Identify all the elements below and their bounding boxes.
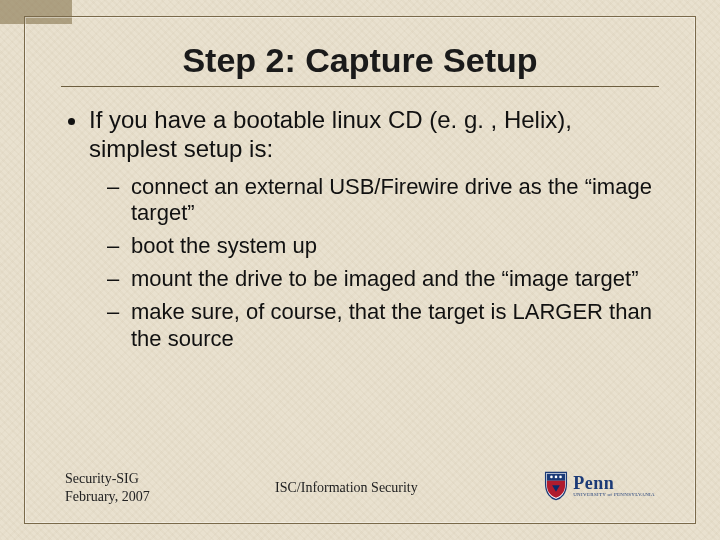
slide-frame: Step 2: Capture Setup If you have a boot… [24,16,696,524]
subbullet-item: connect an external USB/Firewire drive a… [127,174,659,228]
slide: Step 2: Capture Setup If you have a boot… [0,0,720,540]
subbullet-list: connect an external USB/Firewire drive a… [103,174,659,353]
subbullet-item: mount the drive to be imaged and the “im… [127,266,659,293]
footer: Security-SIG February, 2007 ISC/Informat… [65,470,655,505]
svg-point-3 [559,475,562,478]
slide-title: Step 2: Capture Setup [61,41,659,80]
footer-right: Penn UNIVERSITY of PENNSYLVANIA [543,471,655,505]
title-underline [61,86,659,87]
footer-center: ISC/Information Security [150,480,544,496]
footer-left-line1: Security-SIG [65,470,150,488]
shield-icon [543,471,569,501]
svg-point-2 [555,475,558,478]
penn-logo-text: Penn UNIVERSITY of PENNSYLVANIA [573,474,655,497]
bullet-level1: If you have a bootable linux CD (e. g. ,… [89,105,659,353]
subbullet-item: boot the system up [127,233,659,260]
penn-logo: Penn UNIVERSITY of PENNSYLVANIA [543,471,655,501]
bullet-level1-text: If you have a bootable linux CD (e. g. ,… [89,106,572,162]
penn-logo-sub: UNIVERSITY of PENNSYLVANIA [573,492,655,497]
footer-left-line2: February, 2007 [65,488,150,506]
subbullet-item: make sure, of course, that the target is… [127,299,659,353]
bullet-list: If you have a bootable linux CD (e. g. ,… [67,105,659,353]
svg-point-1 [550,475,553,478]
footer-left: Security-SIG February, 2007 [65,470,150,505]
penn-logo-word: Penn [573,474,655,492]
